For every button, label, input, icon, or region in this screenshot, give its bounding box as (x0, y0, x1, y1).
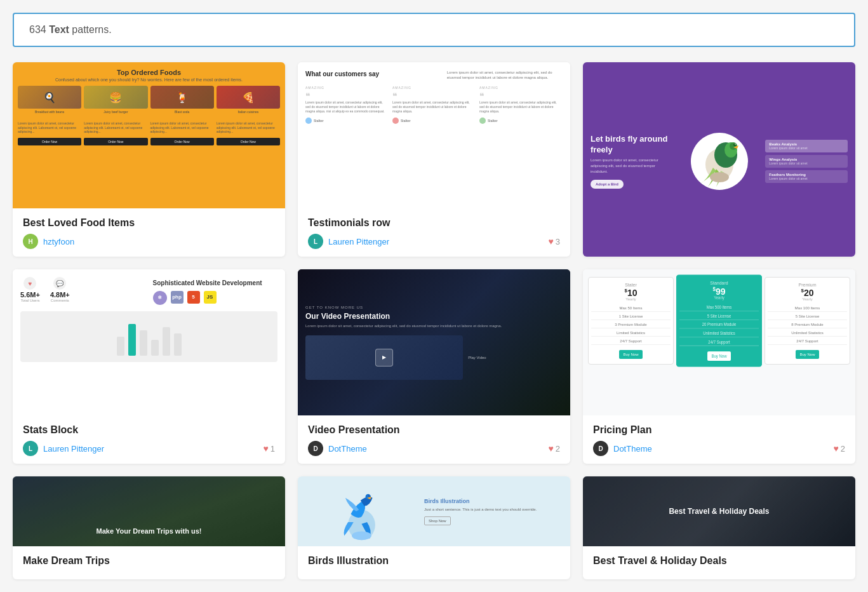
card-pricing[interactable]: Stater $10 Yearly Max 50 Items 1 Site Li… (583, 269, 855, 464)
preview-testimonials: What our customers say Lorem ipsum dolor… (298, 62, 570, 208)
preview-stats: ♥ 5.6M+ Total Users 💬 4.8M+ Comments (13, 269, 285, 415)
card-meta-testimonials: L Lauren Pittenger ♥ 3 (308, 234, 560, 249)
pricing-stater-buy[interactable]: Buy Now (619, 350, 642, 359)
stat-lbl-comments: Comments (50, 299, 70, 302)
pricing-standard-buy[interactable]: Buy Now (707, 351, 730, 361)
card-stats[interactable]: ♥ 5.6M+ Total Users 💬 4.8M+ Comments (13, 269, 285, 464)
test-name-2: Stalker (401, 119, 411, 123)
card-title-birds: Birds Illustration (308, 555, 560, 567)
pricing-standard-name: Standard (679, 281, 759, 285)
pricing-standard: Standard $99 Yearly Max 500 Items 5 Site… (676, 275, 762, 367)
card-travel[interactable]: Best Travel & Holiday Deals Best Travel … (583, 476, 855, 579)
stats-main-title: Sophisticated Website Development (153, 279, 278, 287)
birds-content-desc: Just a short sentence. This is just a de… (424, 507, 565, 513)
pricing-stater-price: $10 (591, 288, 671, 297)
video-row: ▶ Play Video (305, 335, 563, 380)
author-food[interactable]: hztyfoon (43, 237, 74, 246)
author-video[interactable]: DotTheme (328, 444, 367, 454)
food-order-btn-3[interactable]: Order Now (150, 138, 214, 145)
test-main-title: What our customers say (305, 70, 379, 78)
pricing-premium-f4: Unlimited Statistics (768, 330, 847, 337)
food-card-subtitle: Confused about which one you should try?… (55, 77, 243, 82)
video-play-label: Play Video (468, 356, 563, 360)
pricing-stater-period: Yearly (591, 297, 671, 301)
search-rest: patterns. (72, 24, 111, 35)
card-title-travel: Best Travel & Holiday Deals (593, 555, 845, 567)
card-title-trips: Make Dream Trips (23, 555, 275, 567)
pricing-premium-period: Yearly (768, 297, 847, 301)
card-meta-video: D DotTheme ♥ 2 (308, 441, 560, 456)
h3-center (678, 72, 761, 250)
search-count: 634 (29, 24, 46, 35)
food-order-btn-1[interactable]: Order Now (18, 138, 81, 145)
h3-adopt-btn[interactable]: Adopt a Bird (591, 180, 624, 189)
stat-lbl-users: Total Users (20, 299, 40, 302)
card-header3[interactable]: Let birds fly around freely Lorem ipsum … (583, 62, 855, 257)
like-count-pricing: 2 (841, 444, 845, 454)
card-info-video: Video Presentation D DotTheme ♥ 2 (298, 415, 570, 464)
card-title-food: Best Loved Food Items (23, 217, 275, 229)
author-testimonials[interactable]: Lauren Pittenger (328, 237, 389, 246)
card-best-loved-food[interactable]: Top Ordered Foods Confused about which o… (13, 62, 285, 257)
stats-chart-placeholder (20, 311, 277, 362)
pricing-premium-f3: 8 Premium Module (768, 321, 847, 328)
pricing-premium-name: Premium (768, 283, 847, 287)
pricing-premium-price: $20 (768, 288, 847, 297)
h3-stat-wings: Wings Analysis Lorem ipsum dolor sit ame… (765, 155, 848, 168)
food-desc-4: Lorem ipsum dolor sit amet, consectetur … (217, 121, 280, 134)
birds-svg (303, 481, 420, 541)
trips-text: Make Your Dream Trips with us! (97, 527, 202, 536)
pricing-premium-buy[interactable]: Buy Now (796, 350, 818, 359)
heart-stat-icon: ♥ (23, 277, 36, 290)
card-testimonials[interactable]: What our customers say Lorem ipsum dolor… (298, 62, 570, 257)
card-info-birds: Birds Illustration (298, 546, 570, 579)
pricing-stater-f4: Limited Statistics (591, 330, 671, 337)
like-count-video: 2 (556, 444, 560, 454)
test-name-1: Stalker (314, 119, 324, 123)
stat-total-comments: 💬 4.8M+ Comments (50, 277, 70, 302)
tech-badge-react: ⚛ (153, 291, 167, 305)
preview-travel: Best Travel & Holiday Deals (583, 476, 855, 546)
travel-text: Best Travel & Holiday Deals (669, 507, 769, 516)
food-desc-2: Lorem ipsum dolor sit amet, consectetur … (84, 121, 147, 134)
food-order-btn-4[interactable]: Order Now (217, 138, 280, 145)
search-bold: Text (49, 24, 69, 35)
author-stats[interactable]: Lauren Pittenger (43, 444, 104, 454)
food-item-3: 🍹 Blast soda (150, 86, 214, 118)
bird-illustration-svg (694, 136, 745, 187)
food-label-1: Breakfast with beans (35, 110, 64, 114)
card-video[interactable]: GET TO KNOW MORE US Our Video Presentati… (298, 269, 570, 464)
video-thumbnail[interactable]: ▶ (305, 335, 463, 380)
bird-circle (691, 133, 748, 190)
test-columns: AMAZING ❝ Lorem ipsum dolor sit amet, co… (305, 86, 563, 124)
test-col-3: AMAZING ❝ Lorem ipsum dolor sit amet, co… (479, 86, 563, 124)
card-title-testimonials: Testimonials row (308, 217, 560, 229)
h3-desc: Lorem ipsum dolor sit amet, consectetur … (591, 158, 673, 175)
food-desc-1: Lorem ipsum dolor sit amet, consectetur … (18, 121, 81, 134)
food-desc-row: Lorem ipsum dolor sit amet, consectetur … (18, 121, 280, 134)
birds-shop-btn[interactable]: Shop Now (424, 516, 451, 525)
pricing-standard-f5: 24/7 Support (679, 339, 759, 346)
card-birds[interactable]: Birds Illustration Just a short sentence… (298, 476, 570, 579)
card-info-stats: Stats Block L Lauren Pittenger ♥ 1 (13, 415, 285, 464)
test-name-3: Stalker (488, 119, 498, 123)
test-tag-2: AMAZING (392, 86, 476, 90)
preview-video: GET TO KNOW MORE US Our Video Presentati… (298, 269, 570, 415)
svg-point-10 (369, 495, 370, 495)
heart-icon-stats: ♥ (263, 443, 268, 454)
author-pricing[interactable]: DotTheme (613, 444, 652, 454)
card-meta-food: H hztyfoon (23, 234, 275, 249)
pricing-stater-f1: Max 50 Items (591, 305, 671, 312)
play-button[interactable]: ▶ (375, 349, 393, 367)
test-main-desc: Lorem ipsum dolor sit amet, consectetur … (447, 70, 563, 81)
card-info-trips: Make Dream Trips (13, 546, 285, 579)
pricing-premium-f5: 24/7 Support (768, 338, 847, 345)
stats-top: ♥ 5.6M+ Total Users 💬 4.8M+ Comments (20, 277, 277, 306)
heart-icon-testimonials: ♥ (548, 236, 553, 246)
card-trips[interactable]: Make Your Dream Trips with us! Make Drea… (13, 476, 285, 579)
h3-stat-feathers: Feathers Monitoring Lorem ipsum dolor si… (765, 170, 848, 183)
card-title-video: Video Presentation (308, 424, 560, 436)
h3-title: Let birds fly around freely (591, 134, 673, 156)
food-order-btn-2[interactable]: Order Now (84, 138, 147, 145)
heart-count-pricing: ♥ 2 (833, 443, 845, 454)
